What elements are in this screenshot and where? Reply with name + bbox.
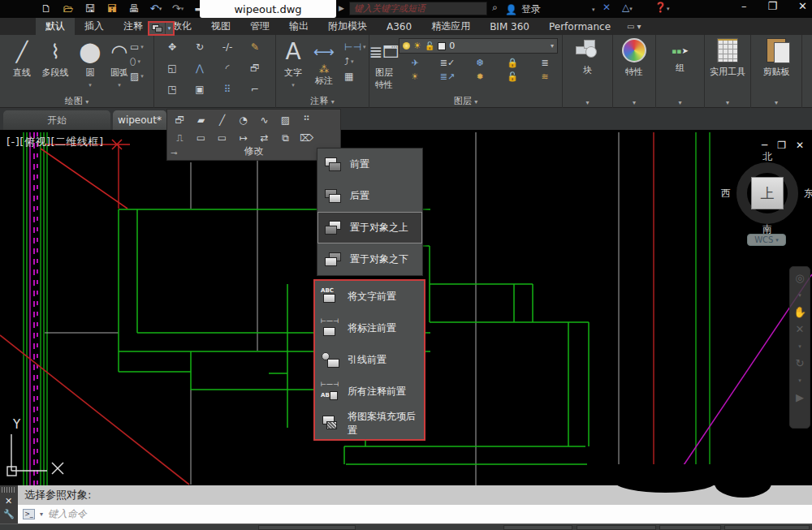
drawing-restore-button[interactable]: ❐ bbox=[777, 140, 786, 151]
search-binoculars-icon[interactable]: ⌕ bbox=[492, 2, 498, 13]
help-icon[interactable]: ❓▾ bbox=[654, 2, 670, 13]
layer-match-tool[interactable]: ✈ bbox=[399, 58, 431, 68]
rotate-tool[interactable]: ↻ bbox=[190, 40, 209, 54]
panel-properties-caret[interactable]: ▾ bbox=[613, 97, 655, 107]
tab-bim360[interactable]: BIM 360 bbox=[480, 18, 539, 35]
draworder-icon[interactable] bbox=[149, 23, 165, 34]
plot-icon[interactable]: 🖶 bbox=[127, 2, 141, 15]
viewcube-west[interactable]: 西 bbox=[721, 187, 731, 200]
properties-color-wheel-icon[interactable] bbox=[622, 38, 646, 62]
menu-item-send-hatches-to-back[interactable]: 将图案填充项后置 bbox=[315, 407, 424, 439]
ellipse-tool[interactable]: ⬯▾ bbox=[130, 56, 144, 67]
tab-home[interactable]: 默认 bbox=[36, 18, 75, 35]
layer-lock-tool[interactable]: 🔒 bbox=[496, 58, 529, 68]
help-search-input[interactable]: 键入关键字或短语 bbox=[349, 2, 487, 15]
break-tool[interactable]: ▭ bbox=[193, 131, 209, 144]
layer-prev-tool[interactable]: ≣ bbox=[529, 58, 561, 68]
delete-duplicate-tool[interactable]: ⌦ bbox=[299, 131, 314, 144]
edit-polyline-tool[interactable]: ▰ bbox=[193, 113, 209, 127]
menu-item-send-to-back[interactable]: 后置 bbox=[317, 180, 422, 212]
orbit-icon[interactable]: ↻ bbox=[796, 359, 805, 368]
panel-clipboard-title[interactable]: 剪贴板 bbox=[751, 66, 801, 78]
file-tab-start[interactable]: 开始 bbox=[3, 110, 110, 130]
panel-properties-title[interactable]: 特性 bbox=[613, 66, 655, 78]
doc-cycle-arrow-icon[interactable]: ▶ bbox=[339, 4, 344, 12]
layer-walk-tool[interactable]: ≋ bbox=[529, 71, 561, 82]
close-button[interactable]: ✕ bbox=[798, 0, 807, 12]
array-tool[interactable]: ⠿ bbox=[218, 82, 237, 97]
commandline-customize-icon[interactable]: 🔧 bbox=[3, 509, 15, 519]
break-at-point-tool[interactable]: ▭ bbox=[214, 131, 230, 144]
exchange-apps-icon[interactable]: ✕ bbox=[603, 2, 611, 13]
layer-unlock-icon[interactable]: 🔓 bbox=[425, 41, 434, 50]
viewcube-top-face[interactable]: 上 bbox=[751, 177, 784, 209]
offset-tool[interactable]: ⌐ bbox=[245, 82, 265, 97]
edit-hatch-tool[interactable]: ◔ bbox=[235, 113, 251, 127]
draworder-dropdown-caret[interactable]: ▾ bbox=[165, 23, 173, 34]
copy-nested-tool[interactable]: ⧉ bbox=[278, 131, 293, 144]
tab-addins[interactable]: 附加模块 bbox=[318, 18, 377, 35]
line-button[interactable]: ╱ 直线 bbox=[6, 38, 37, 79]
tab-manage[interactable]: 管理 bbox=[240, 18, 279, 35]
tab-view[interactable]: 视图 bbox=[201, 18, 240, 35]
viewcube[interactable]: 上 北 南 西 东 bbox=[730, 156, 805, 231]
reverse-tool[interactable]: ⇄ bbox=[257, 131, 272, 144]
layer-isolate-tool[interactable]: ≣↗ bbox=[431, 71, 464, 82]
layer-thaw-tool[interactable]: ✹ bbox=[464, 71, 496, 82]
text-button[interactable]: A 文字▾ bbox=[278, 38, 309, 89]
tab-annotate[interactable]: 注释 bbox=[114, 18, 153, 35]
table-tool[interactable]: ▦ bbox=[344, 71, 365, 82]
panel-utilities-title[interactable]: 实用工具 bbox=[705, 66, 750, 78]
block-insert-icon[interactable] bbox=[574, 38, 602, 61]
viewcube-east[interactable]: 东 bbox=[804, 187, 812, 200]
navigation-bar[interactable]: ◎ ▾ ✋ ✕ ▾ ↻ ▾ ▶ bbox=[789, 266, 810, 429]
autodesk-360-icon[interactable]: △▾ bbox=[622, 2, 633, 13]
layer-unlock-tool[interactable]: 🔓 bbox=[496, 71, 529, 82]
leader-tool[interactable]: ⤴▾ bbox=[344, 56, 365, 67]
panel-block-title[interactable]: 块 bbox=[563, 64, 612, 76]
panel-draw-label[interactable]: 绘图 ▾ bbox=[0, 95, 153, 107]
layer-on-bulb-icon[interactable] bbox=[403, 42, 410, 50]
panel-clipboard-caret[interactable]: ▾ bbox=[751, 97, 801, 107]
set-scale-tool[interactable]: 🗗 bbox=[172, 113, 188, 127]
tab-a360[interactable]: A360 bbox=[377, 18, 421, 35]
hatch-tool[interactable]: ▨▾ bbox=[130, 71, 144, 82]
dimension-button[interactable]: ⟷ ⁂ 标注 bbox=[309, 38, 339, 87]
tab-performance[interactable]: Performance bbox=[539, 18, 620, 35]
scale-tool[interactable]: ▣ bbox=[190, 82, 209, 97]
layer-select-dropdown[interactable]: ☀ 🔓 0 ▾ bbox=[399, 38, 558, 54]
menu-item-all-annotations-to-front[interactable]: ⊢—⊣AB 所有注释前置 bbox=[315, 376, 424, 407]
clipboard-icon[interactable] bbox=[767, 38, 786, 62]
stretch-tool[interactable]: ◳ bbox=[162, 82, 182, 97]
blend-curves-tool[interactable]: ∿ bbox=[257, 113, 272, 127]
menu-item-bring-text-to-front[interactable]: ABC 将文字前置 bbox=[315, 281, 424, 312]
minimize-button[interactable]: – bbox=[741, 0, 747, 12]
edit-spline-tool[interactable]: ╱ bbox=[214, 113, 230, 127]
menu-item-bring-dimensions-to-front[interactable]: ⊢—⊣ 将标注前置 bbox=[315, 312, 424, 344]
commandline-grip[interactable] bbox=[2, 487, 16, 493]
mirror-tool[interactable]: ⋀ bbox=[190, 61, 209, 75]
steering-wheel-icon[interactable]: ◎ bbox=[795, 274, 804, 283]
wcs-dropdown[interactable]: WCS▾ bbox=[747, 234, 786, 246]
calculator-icon[interactable] bbox=[717, 38, 738, 62]
viewport-controls[interactable]: [-][俯视][二维线框] bbox=[6, 135, 104, 149]
undo-icon[interactable]: ↶▾ bbox=[149, 2, 163, 15]
drawing-minimize-button[interactable]: ─ bbox=[762, 140, 767, 151]
panel-groups-title[interactable]: 组 bbox=[656, 62, 704, 74]
menu-item-bring-to-front[interactable]: 前置 bbox=[317, 149, 422, 180]
commandline-handle[interactable]: ✕ 🔧 bbox=[0, 485, 18, 524]
open-folder-icon[interactable]: 🗁 bbox=[61, 2, 76, 15]
panel-layers-label[interactable]: 图层 ▾ bbox=[369, 95, 562, 107]
zoom-icon[interactable]: ✕ bbox=[796, 325, 805, 334]
layer-off-tool[interactable]: ☀ bbox=[399, 71, 431, 82]
save-as-icon[interactable]: 🖬 bbox=[105, 2, 119, 15]
pan-hand-icon[interactable]: ✋ bbox=[793, 308, 806, 317]
viewcube-north[interactable]: 北 bbox=[762, 150, 772, 164]
ribbon-display-toggle[interactable]: ▭▾ bbox=[627, 18, 641, 35]
rectangle-tool[interactable]: ▭▾ bbox=[130, 41, 144, 53]
layer-color-swatch[interactable] bbox=[438, 42, 446, 50]
layer-freeze-tool[interactable]: ❆ bbox=[464, 58, 496, 68]
layer-dropdown-caret-icon[interactable]: ▾ bbox=[551, 42, 554, 50]
new-file-icon[interactable]: 🗋 bbox=[39, 2, 54, 15]
showmotion-icon[interactable]: ▶ bbox=[796, 393, 804, 403]
